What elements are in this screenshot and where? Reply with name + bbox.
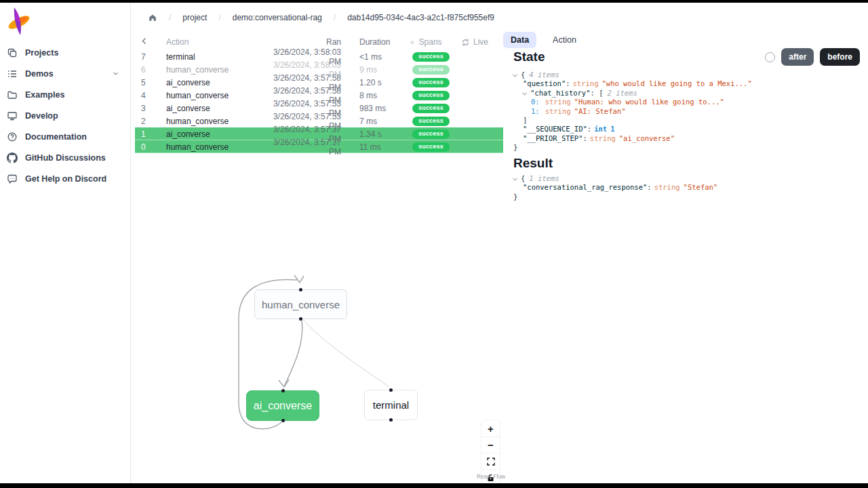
json-string-value: "Stefan": [684, 183, 718, 191]
zoom-in-button[interactable]: +: [481, 421, 500, 437]
node-handle-bottom[interactable]: [281, 419, 285, 422]
json-string-value: "AI: Stefan": [574, 107, 626, 115]
json-line: 0:string"Human: who would like going to.…: [513, 98, 752, 106]
after-button[interactable]: after: [781, 48, 814, 66]
sidebar-item-examples[interactable]: Examples: [0, 84, 130, 105]
sidebar-item-label: Projects: [25, 48, 58, 58]
row-duration: 11 ms: [359, 142, 410, 152]
row-ran: 3/26/2024, 3:57:37 PM: [267, 138, 341, 157]
header-spans-label: Spans: [419, 37, 442, 47]
json-brace: }: [513, 143, 517, 151]
caret-down-icon[interactable]: [522, 90, 527, 95]
breadcrumb-item-demo[interactable]: demo:conversational-rag: [233, 13, 322, 22]
state-json-viewer: {4 items "question":string"who would lik…: [513, 70, 752, 152]
react-flow-attribution[interactable]: React Flow: [471, 473, 511, 480]
chevron-down-icon[interactable]: [112, 70, 119, 77]
compare-radio[interactable]: [765, 52, 775, 62]
sidebar-item-projects[interactable]: Projects: [0, 42, 130, 63]
json-key: "conversational_rag_response": [523, 183, 647, 191]
caret-down-icon[interactable]: [513, 73, 517, 77]
row-action: human_converse: [166, 142, 267, 152]
json-key: "__SEQUENCE_ID": [523, 125, 587, 133]
zoom-out-button[interactable]: −: [481, 437, 500, 453]
node-handle-top[interactable]: [299, 288, 302, 291]
graph-node-terminal[interactable]: terminal: [364, 390, 418, 420]
node-handle-bottom[interactable]: [389, 418, 393, 422]
status-badge: success: [412, 78, 450, 87]
main-content: / project / demo:conversational-rag / da…: [132, 3, 868, 483]
fit-view-icon: [487, 458, 495, 466]
breadcrumb-item-run-id[interactable]: dab14d95-034c-4ac3-a2c1-f875cf955ef9: [347, 13, 494, 22]
detail-panel: Data Action after before State {4 items …: [503, 3, 868, 483]
status-badge: success: [412, 91, 450, 100]
state-view-toggle: after before: [765, 48, 860, 66]
header-action: Action: [166, 37, 267, 47]
json-colon: :: [566, 79, 570, 87]
graph-node-human-converse[interactable]: human_converse: [254, 289, 347, 319]
sidebar-item-label: GitHub Discussions: [25, 153, 106, 163]
json-type: int: [594, 125, 607, 133]
sidebar: Projects Demos Examples Develop Document…: [0, 3, 131, 483]
json-line: "chat_history": [2 items: [513, 89, 752, 98]
sidebar-item-label: Develop: [25, 111, 58, 121]
graph-node-ai-converse[interactable]: ai_converse: [246, 390, 319, 421]
table-row-selected[interactable]: 0 human_converse 3/26/2024, 3:57:37 PM 1…: [135, 140, 503, 153]
documentation-help-icon: [7, 131, 18, 142]
node-handle-bottom[interactable]: [299, 317, 302, 321]
develop-monitor-icon: [7, 110, 18, 121]
header-spans-toggle[interactable]: + Spans: [410, 37, 461, 47]
sidebar-item-demos[interactable]: Demos: [0, 63, 130, 84]
json-colon: :: [587, 125, 591, 133]
result-title: Result: [513, 156, 553, 171]
row-action: ai_converse: [166, 129, 267, 139]
result-json-viewer: {1 items "conversational_rag_response":s…: [513, 174, 717, 201]
home-icon[interactable]: [148, 13, 157, 22]
table-row[interactable]: 6 human_converse 3/26/2024, 3:58:03 PM 9…: [135, 63, 503, 76]
tab-action[interactable]: Action: [547, 32, 582, 48]
json-items-count: 2 items: [608, 89, 637, 97]
status-badge: success: [412, 129, 450, 139]
sidebar-item-documentation[interactable]: Documentation: [0, 126, 130, 147]
json-array-index: 0:: [531, 98, 540, 106]
json-line: {1 items: [513, 174, 717, 183]
json-string-value: "ai_converse": [619, 134, 675, 142]
before-button[interactable]: before: [820, 48, 860, 66]
node-label: human_converse: [262, 299, 340, 310]
state-title: State: [513, 49, 545, 64]
steps-table: Action Ran Duration + Spans Live 7 termi…: [135, 34, 503, 153]
row-index: 4: [135, 91, 166, 100]
status-badge: success: [412, 142, 450, 152]
json-bracket: ]: [523, 116, 527, 124]
breadcrumb-item-project[interactable]: project: [182, 13, 207, 22]
row-duration: 7 ms: [359, 117, 410, 126]
app-logo[interactable]: [7, 6, 31, 39]
node-label: terminal: [373, 399, 409, 411]
sidebar-item-label: Documentation: [25, 132, 87, 142]
fit-view-button[interactable]: [481, 453, 500, 470]
collapse-chevron-left-icon[interactable]: [135, 37, 166, 47]
json-type: string: [545, 107, 571, 115]
header-duration: Duration: [359, 37, 410, 47]
row-index: 5: [135, 78, 166, 87]
json-key: "__PRIOR_STEP": [523, 134, 583, 142]
node-handle-top[interactable]: [389, 388, 393, 392]
header-live-toggle[interactable]: Live: [461, 37, 503, 47]
caret-down-icon[interactable]: [513, 176, 517, 181]
sidebar-item-label: Demos: [25, 69, 54, 79]
json-colon: :: [591, 89, 595, 97]
sidebar-item-develop[interactable]: Develop: [0, 105, 130, 126]
status-badge: success: [412, 65, 450, 75]
sidebar-item-discord-help[interactable]: Get Help on Discord: [0, 168, 130, 189]
breadcrumb: / project / demo:conversational-rag / da…: [148, 13, 494, 22]
tab-data[interactable]: Data: [503, 32, 536, 48]
json-brace: {: [521, 70, 525, 79]
json-key: "chat_history": [530, 89, 591, 97]
row-duration: 1.20 s: [359, 78, 410, 87]
row-index: 2: [135, 117, 166, 126]
json-int-value: 1: [610, 125, 614, 133]
sidebar-item-github-discussions[interactable]: GitHub Discussions: [0, 147, 130, 168]
breadcrumb-separator: /: [169, 13, 171, 22]
json-key: "question": [523, 79, 566, 87]
node-handle-top[interactable]: [281, 389, 285, 392]
json-line: }: [513, 192, 717, 201]
